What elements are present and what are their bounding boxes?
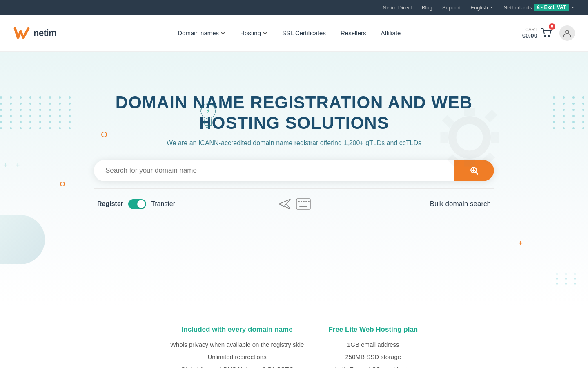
main-nav: Domain names Hosting SSL Certificates Re… [172, 26, 406, 40]
logo[interactable]: netim [13, 26, 56, 40]
cart-icon-wrap: 0 [540, 26, 553, 40]
toggle-knob [137, 200, 145, 208]
feature-domain-item-2: Unlimited redirections [170, 351, 304, 363]
hero-subtitle: We are an ICANN-accredited domain name r… [167, 139, 421, 147]
nav-ssl[interactable]: SSL Certificates [276, 26, 332, 40]
transfer-label: Transfer [151, 200, 175, 208]
decorative-plus-2: + [16, 161, 20, 170]
register-transfer-toggle[interactable] [128, 199, 146, 209]
svg-point-1 [548, 35, 550, 36]
feature-domain-list: Whois privacy when available on the regi… [170, 339, 304, 368]
register-transfer-toggle-area: Register Transfer [94, 199, 215, 209]
nav-resellers[interactable]: Resellers [335, 26, 372, 40]
svg-line-8 [215, 104, 216, 105]
header-right: CART €0.00 0 [522, 25, 575, 41]
user-icon [563, 29, 572, 38]
chevron-down-icon [220, 31, 225, 36]
vertical-divider-2 [363, 194, 363, 214]
decorative-dots-right [553, 96, 588, 129]
topbar: Netim Direct Blog Support English Nether… [0, 0, 588, 15]
cart-area[interactable]: CART €0.00 0 [522, 26, 553, 40]
topbar-support[interactable]: Support [442, 4, 461, 11]
decorative-circle-2 [60, 182, 65, 186]
gear-decoration [416, 84, 523, 191]
language-selector[interactable]: English [470, 4, 494, 11]
nav-affiliate[interactable]: Affiliate [375, 26, 407, 40]
logo-icon [13, 26, 30, 40]
svg-line-7 [200, 104, 202, 105]
feature-hosting-item-3: Let's Encrypt SSL certificate [328, 363, 418, 368]
feature-hosting-list: 1GB email address 250MB SSD storage Let'… [328, 339, 418, 368]
svg-point-2 [566, 30, 569, 34]
decorative-plus-3: + [518, 239, 523, 248]
features-section: Included with every domain name Whois pr… [0, 305, 588, 368]
svg-marker-16 [279, 199, 290, 209]
lightbulb-decoration [196, 101, 220, 138]
cart-info: CART €0.00 [522, 27, 537, 39]
feature-domain-title: Included with every domain name [170, 325, 304, 334]
feature-domain-item-3: Global Anycast DNS Network & DNSSEC [170, 363, 304, 368]
feature-hosting-item-1: 1GB email address [328, 339, 418, 351]
feature-hosting: Free Lite Web Hosting plan 1GB email add… [328, 325, 418, 368]
bulk-domain-search-link[interactable]: Bulk domain search [373, 200, 494, 208]
nav-hosting[interactable]: Hosting [234, 26, 273, 40]
chevron-down-icon [263, 31, 267, 36]
topbar-blog[interactable]: Blog [422, 4, 432, 11]
feature-hosting-item-2: 250MB SSD storage [328, 351, 418, 363]
svg-point-0 [545, 35, 546, 36]
hero-section: + + + DOMAIN NAME REGISTRATION AND WEB H… [0, 52, 588, 305]
decorative-dots-left [0, 96, 74, 129]
cart-badge: 0 [549, 23, 555, 30]
currency-badge: € - Excl. VAT [534, 4, 569, 11]
vertical-divider-1 [225, 194, 225, 214]
currency-selector[interactable]: Netherlands € - Excl. VAT [503, 4, 575, 11]
feature-domain-included: Included with every domain name Whois pr… [170, 325, 304, 368]
user-account-button[interactable] [559, 25, 575, 41]
register-label: Register [97, 200, 123, 208]
feature-hosting-title: Free Lite Web Hosting plan [328, 325, 418, 334]
logo-text: netim [33, 28, 56, 38]
keyboard-icon [296, 198, 311, 210]
register-transfer-row: Register Transfer [94, 188, 494, 214]
decorative-dots-br [556, 273, 580, 285]
decorative-circle-1 [101, 132, 107, 137]
header: netim Domain names Hosting SSL Certifica… [0, 15, 588, 52]
decorative-plus-1: + [3, 161, 8, 170]
feature-domain-item-1: Whois privacy when available on the regi… [170, 339, 304, 351]
search-input[interactable] [94, 160, 454, 181]
paper-plane-icon [277, 197, 292, 211]
search-mode-icons [235, 197, 353, 211]
decorative-shape-left [0, 215, 45, 264]
nav-domain-names[interactable]: Domain names [172, 26, 231, 40]
topbar-netim-direct[interactable]: Netim Direct [383, 4, 412, 11]
